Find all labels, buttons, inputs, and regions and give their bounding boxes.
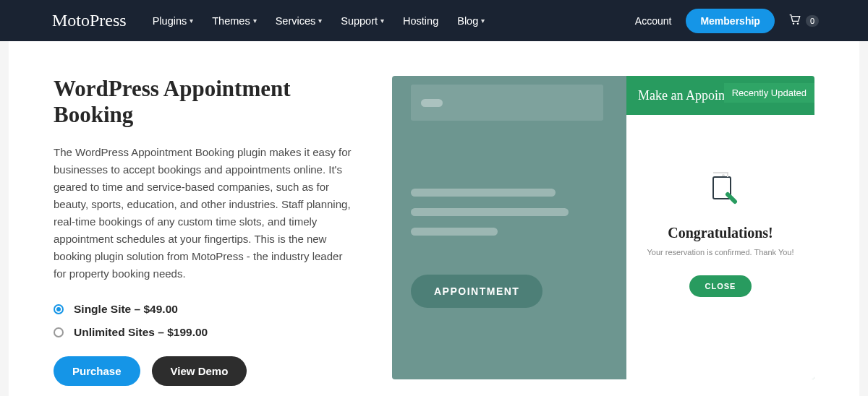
svg-point-1 [797,22,799,24]
congratulations-title: Congratulations! [641,225,800,241]
right-nav: Account Membership 0 [635,9,819,33]
membership-button[interactable]: Membership [686,9,774,33]
nav-plugins[interactable]: Plugins▾ [153,15,194,27]
cart-button[interactable]: 0 [789,14,819,27]
option-label: Unlimited Sites – $199.00 [74,326,208,339]
main-nav: Plugins▾ Themes▾ Services▾ Support▾ Host… [153,15,485,27]
option-label: Single Site – $49.00 [74,303,178,316]
option-single-site[interactable]: Single Site – $49.00 [54,303,357,316]
top-nav-bar: MotoPress Plugins▾ Themes▾ Services▾ Sup… [0,0,868,41]
chevron-down-icon: ▾ [481,17,485,25]
confirmation-message: Your reservation is confirmed. Thank You… [641,248,800,257]
radio-unselected-icon [54,327,64,337]
recently-updated-badge: Recently Updated [724,83,814,103]
logo[interactable]: MotoPress [52,11,127,30]
nav-support[interactable]: Support▾ [341,15,384,27]
license-options: Single Site – $49.00 Unlimited Sites – $… [54,303,357,339]
product-description: The WordPress Appointment Booking plugin… [54,144,357,283]
nav-blog[interactable]: Blog▾ [457,15,485,27]
document-check-icon [641,168,800,212]
chevron-down-icon: ▾ [190,17,193,25]
cart-count-badge: 0 [806,15,819,27]
chevron-down-icon: ▾ [318,17,322,25]
account-link[interactable]: Account [635,15,672,27]
product-preview-column: Recently Updated APPOINTMENT Make an App… [392,76,814,396]
view-demo-button[interactable]: View Demo [152,356,247,386]
nav-services[interactable]: Services▾ [276,15,323,27]
cart-icon [789,14,801,27]
nav-hosting[interactable]: Hosting [403,15,438,27]
nav-themes[interactable]: Themes▾ [212,15,256,27]
preview-image: Recently Updated APPOINTMENT Make an App… [392,76,814,379]
product-info-column: WordPress Appointment Booking The WordPr… [54,76,357,396]
radio-selected-icon [54,304,64,314]
appointment-button[interactable]: APPOINTMENT [411,275,542,308]
chevron-down-icon: ▾ [380,17,384,25]
page-title: WordPress Appointment Booking [54,76,357,128]
confirmation-modal: Make an Appointm ✕ Congratulations! Your… [626,76,814,379]
option-unlimited-sites[interactable]: Unlimited Sites – $199.00 [54,326,357,339]
preview-background-form: APPOINTMENT [392,76,622,379]
chevron-down-icon: ▾ [253,17,257,25]
svg-point-0 [793,22,794,24]
close-button[interactable]: CLOSE [689,275,752,297]
purchase-button[interactable]: Purchase [54,356,140,386]
